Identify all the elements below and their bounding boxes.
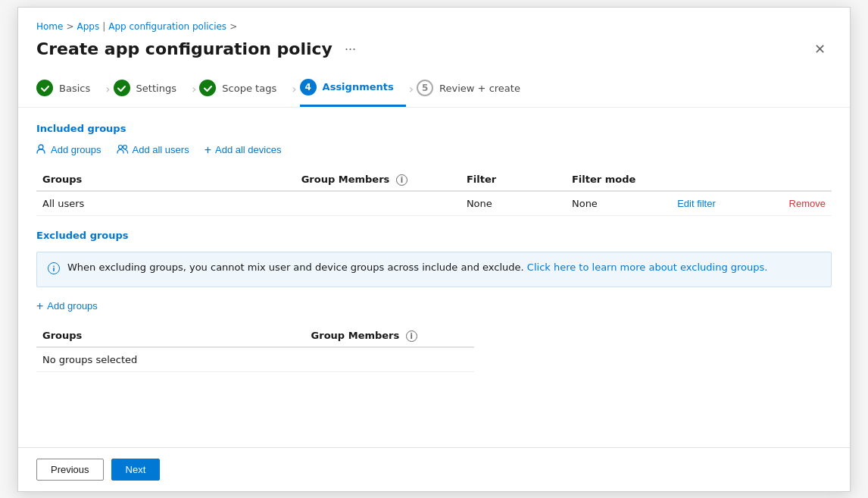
- remove-button[interactable]: Remove: [789, 198, 826, 209]
- col-header-filtermode: Filter mode: [566, 169, 671, 191]
- add-groups-icon: [36, 143, 47, 156]
- excl-col-header-groups: Groups: [36, 325, 305, 347]
- close-button[interactable]: ✕: [808, 39, 832, 59]
- excluded-add-groups-label: Add groups: [47, 300, 98, 312]
- edit-filter-button[interactable]: Edit filter: [677, 198, 716, 209]
- step-scopetags-icon: [199, 80, 216, 96]
- excluded-groups-title: Excluded groups: [36, 230, 832, 241]
- included-groups-thead: Groups Group Members i Filter Filter mod…: [36, 169, 832, 191]
- plus-icon-excluded: +: [36, 299, 43, 313]
- row-groups: All users: [36, 191, 295, 216]
- svg-rect-4: [53, 268, 55, 271]
- row-members: [295, 191, 461, 216]
- col-header-filter: Filter: [461, 169, 566, 191]
- modal-header: Home > Apps | App configuration policies…: [18, 8, 850, 108]
- breadcrumb-pipe: |: [102, 21, 105, 32]
- add-groups-label: Add groups: [51, 144, 101, 155]
- title-row: Create app configuration policy ··· ✕: [36, 39, 832, 59]
- page-title: Create app configuration policy: [36, 39, 333, 58]
- step-assignments-icon: 4: [300, 79, 317, 96]
- breadcrumb-policy[interactable]: App configuration policies: [108, 21, 226, 32]
- plus-icon-devices: +: [205, 143, 211, 157]
- excluded-groups-actions: + Add groups: [36, 298, 832, 315]
- excluded-add-groups-button[interactable]: + Add groups: [36, 298, 98, 315]
- excluded-groups-section: Excluded groups When excluding groups, y…: [36, 230, 832, 372]
- excl-group-members-info-icon: i: [406, 330, 417, 342]
- included-groups-section: Included groups Add groups Add all users…: [36, 123, 832, 216]
- row-filter: None: [461, 191, 566, 216]
- modal-footer: Previous Next: [18, 447, 850, 491]
- row-remove: Remove: [783, 191, 832, 216]
- excluded-groups-tbody: No groups selected: [36, 347, 474, 372]
- info-box: When excluding groups, you cannot mix us…: [36, 252, 832, 287]
- col-header-remove: [783, 169, 832, 191]
- step-settings[interactable]: Settings: [114, 72, 189, 105]
- add-all-users-icon: [117, 143, 129, 156]
- svg-rect-5: [53, 265, 55, 267]
- step-settings-icon: [114, 80, 130, 96]
- breadcrumb-sep2: >: [229, 21, 237, 32]
- col-header-groups: Groups: [36, 169, 295, 191]
- step-assignments[interactable]: 4 Assignments: [300, 71, 406, 107]
- step-scopetags-label: Scope tags: [222, 83, 276, 94]
- excluded-groups-thead: Groups Group Members i: [36, 325, 474, 347]
- modal-body: Included groups Add groups Add all users…: [18, 108, 850, 447]
- group-members-info-icon: i: [396, 174, 407, 186]
- info-text: When excluding groups, you cannot mix us…: [67, 262, 767, 273]
- row-filtermode: None: [566, 191, 671, 216]
- step-basics-label: Basics: [59, 83, 90, 94]
- svg-point-0: [39, 145, 43, 149]
- info-icon: [48, 262, 60, 277]
- learn-more-link[interactable]: Click here to learn more about excluding…: [527, 262, 768, 273]
- included-groups-title: Included groups: [36, 123, 832, 134]
- table-row-empty: No groups selected: [36, 347, 474, 372]
- row-edit-filter: Edit filter: [671, 191, 782, 216]
- excl-col-header-members: Group Members i: [305, 325, 474, 347]
- previous-button[interactable]: Previous: [36, 459, 104, 481]
- breadcrumb-apps[interactable]: Apps: [77, 21, 100, 32]
- step-reviewcreate-label: Review + create: [439, 83, 520, 94]
- step-basics[interactable]: Basics: [36, 72, 102, 105]
- step-reviewcreate-icon: 5: [417, 80, 433, 96]
- more-options-button[interactable]: ···: [340, 39, 361, 58]
- add-all-users-label: Add all users: [133, 144, 189, 155]
- excluded-groups-table: Groups Group Members i No groups selecte…: [36, 325, 474, 372]
- next-button[interactable]: Next: [111, 459, 161, 481]
- col-header-members: Group Members i: [295, 169, 461, 191]
- step-basics-icon: [36, 80, 53, 96]
- svg-point-2: [123, 146, 126, 149]
- col-header-edit: [671, 169, 782, 191]
- table-row: All users None None Edit filter Remove: [36, 191, 832, 216]
- included-groups-table: Groups Group Members i Filter Filter mod…: [36, 169, 832, 216]
- breadcrumb: Home > Apps | App configuration policies…: [36, 21, 832, 32]
- wizard-steps: Basics › Settings › Scope tags › 4: [36, 71, 832, 107]
- step-reviewcreate[interactable]: 5 Review + create: [417, 72, 532, 105]
- add-all-users-button[interactable]: Add all users: [117, 142, 189, 158]
- add-all-devices-button[interactable]: + Add all devices: [205, 142, 282, 158]
- no-groups-text: No groups selected: [36, 347, 474, 372]
- breadcrumb-sep1: >: [66, 21, 73, 32]
- modal-container: Home > Apps | App configuration policies…: [17, 7, 851, 492]
- breadcrumb-home[interactable]: Home: [36, 21, 63, 32]
- included-groups-actions: Add groups Add all users + Add all devic…: [36, 142, 832, 158]
- included-groups-tbody: All users None None Edit filter Remove: [36, 191, 832, 216]
- step-scopetags[interactable]: Scope tags: [199, 72, 289, 105]
- add-all-devices-label: Add all devices: [215, 144, 281, 155]
- svg-point-1: [118, 146, 122, 149]
- step-assignments-label: Assignments: [323, 81, 394, 92]
- add-groups-button[interactable]: Add groups: [36, 142, 101, 158]
- step-settings-label: Settings: [136, 83, 176, 94]
